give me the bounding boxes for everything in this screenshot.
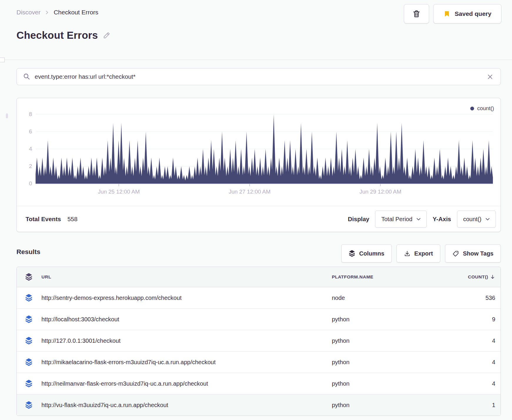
yaxis-dropdown-value: count() [463, 216, 481, 223]
events-chart-panel: count() 02468 Jun 25 12:00 AMJun 27 12:0… [16, 98, 501, 232]
table-row[interactable]: http://sentry-demos-express.herokuapp.co… [17, 287, 501, 308]
columns-button-label: Columns [359, 250, 384, 257]
row-platform: python [332, 380, 349, 387]
chart-footer: Total Events 558 Display Total Period Y-… [17, 206, 501, 232]
saved-query-label: Saved query [455, 10, 491, 17]
chevron-down-icon [486, 218, 490, 221]
breadcrumb: Discover Checkout Errors [16, 9, 98, 16]
row-count: 4 [492, 380, 495, 387]
saved-query-button[interactable]: Saved query [433, 4, 501, 23]
stack-icon[interactable] [25, 401, 33, 409]
display-label: Display [348, 216, 369, 223]
download-icon [404, 250, 411, 257]
count-header-label: COUNT() [468, 274, 488, 280]
total-events-value: 558 [67, 216, 77, 223]
row-platform: node [332, 295, 345, 301]
breadcrumb-current: Checkout Errors [54, 9, 98, 16]
trash-icon [412, 9, 421, 18]
row-url[interactable]: http://sentry-demos-express.herokuapp.co… [41, 295, 182, 301]
row-url[interactable]: http://127.0.0.1:3001/checkout [41, 337, 121, 344]
stack-icon[interactable] [25, 315, 33, 323]
x-axis-tick-label: Jun 27 12:00 AM [229, 189, 271, 195]
yaxis-label: Y-Axis [433, 216, 451, 223]
breadcrumb-discover[interactable]: Discover [16, 9, 41, 16]
column-header-platform[interactable]: PLATFORM.NAME [332, 274, 373, 280]
show-tags-button[interactable]: Show Tags [445, 244, 501, 263]
y-axis-tick-label: 6 [21, 128, 32, 135]
row-platform: python [332, 316, 349, 323]
events-bar-chart[interactable] [36, 112, 493, 188]
x-axis-tick-label: Jun 29 12:00 AM [359, 189, 401, 195]
tag-icon [452, 250, 459, 257]
header-divider [0, 60, 512, 60]
drag-handle[interactable] [6, 113, 8, 118]
stack-icon[interactable] [25, 337, 33, 345]
row-url[interactable]: http://vu-flask-m3uuizd7iq-uc.a.run.app/… [41, 402, 168, 409]
table-row[interactable]: http://vu-flask-m3uuizd7iq-uc.a.run.app/… [17, 394, 501, 416]
x-axis-tick-label: Jun 25 12:00 AM [98, 189, 140, 195]
row-count: 9 [492, 316, 495, 323]
results-table: URL PLATFORM.NAME COUNT() http://sentry-… [16, 267, 501, 416]
breadcrumb-chevron-icon [45, 10, 49, 15]
display-dropdown[interactable]: Total Period [375, 211, 427, 228]
discover-page: Discover Checkout Errors Saved query Che… [0, 0, 512, 420]
divider-tab [0, 58, 5, 62]
stack-icon[interactable] [25, 294, 33, 302]
table-row[interactable]: http://neilmanvar-flask-errors-m3uuizd7i… [17, 373, 501, 394]
row-count: 4 [492, 359, 495, 366]
columns-button[interactable]: Columns [341, 244, 392, 263]
row-count: 1 [492, 402, 495, 409]
stack-icon[interactable] [25, 380, 33, 388]
table-header: URL PLATFORM.NAME COUNT() [17, 267, 501, 287]
stack-icon[interactable] [25, 358, 33, 366]
row-url[interactable]: http://neilmanvar-flask-errors-m3uuizd7i… [41, 380, 208, 387]
table-row[interactable]: http://mikaelacarino-flask-errors-m3uuiz… [17, 351, 501, 373]
bookmark-icon [443, 10, 451, 18]
row-count: 536 [486, 295, 495, 301]
edit-title-pencil-icon[interactable] [103, 31, 111, 39]
table-row[interactable]: http://localhost:3003/checkout python 9 [17, 308, 501, 330]
yaxis-dropdown[interactable]: count() [457, 211, 496, 228]
export-button-label: Export [414, 250, 433, 257]
stack-icon [349, 250, 355, 257]
sort-descending-icon [490, 274, 495, 280]
clear-search-icon[interactable] [487, 73, 493, 80]
row-url[interactable]: http://localhost:3003/checkout [41, 316, 119, 323]
legend-dot-icon [470, 107, 474, 110]
total-events: Total Events 558 [26, 216, 78, 223]
row-platform: python [332, 337, 349, 344]
chart-legend[interactable]: count() [470, 105, 494, 112]
y-axis-tick-label: 2 [21, 163, 32, 169]
y-axis-tick-label: 4 [21, 146, 32, 152]
table-row[interactable]: http://127.0.0.1:3001/checkout python 4 [17, 330, 501, 351]
y-axis-tick-label: 8 [21, 111, 32, 117]
page-title: Checkout Errors [16, 29, 98, 41]
column-header-count[interactable]: COUNT() [468, 274, 495, 280]
total-events-label: Total Events [26, 216, 61, 223]
row-url[interactable]: http://mikaelacarino-flask-errors-m3uuiz… [41, 359, 216, 366]
chevron-down-icon [416, 218, 421, 221]
show-tags-button-label: Show Tags [463, 250, 493, 257]
display-dropdown-value: Total Period [381, 216, 412, 223]
row-count: 4 [492, 337, 495, 344]
results-heading: Results [16, 248, 40, 256]
y-axis-tick-label: 0 [21, 180, 32, 187]
search-input[interactable] [34, 73, 487, 80]
search-bar [16, 68, 501, 85]
delete-query-button[interactable] [404, 4, 429, 23]
legend-label: count() [477, 105, 494, 112]
column-header-url[interactable]: URL [41, 274, 51, 280]
row-platform: python [332, 402, 349, 409]
row-platform: python [332, 359, 349, 366]
stack-icon[interactable] [25, 273, 33, 281]
search-icon [23, 73, 31, 80]
export-button[interactable]: Export [396, 244, 440, 263]
